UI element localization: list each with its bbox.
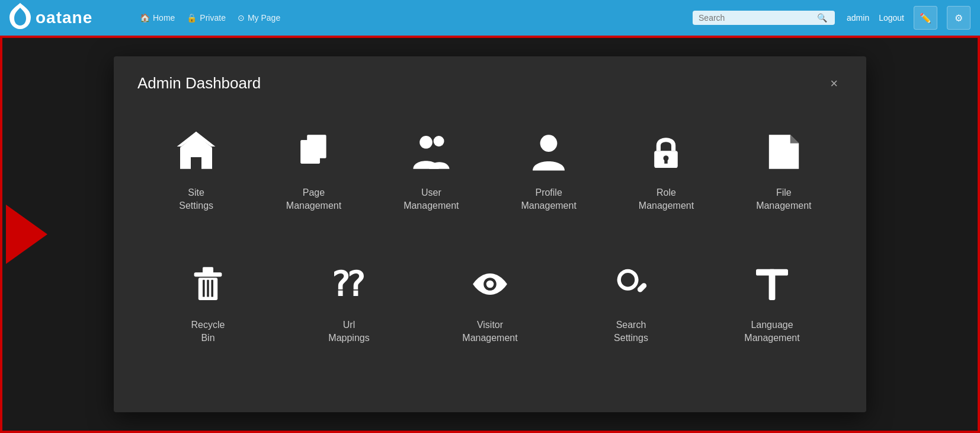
lock-icon: 🔒 xyxy=(187,13,197,23)
search-bar: 🔍 xyxy=(693,11,835,25)
settings-button[interactable]: ⚙ xyxy=(947,6,971,30)
recycle-bin-icon xyxy=(187,260,229,308)
svg-rect-23 xyxy=(769,269,776,300)
svg-rect-3 xyxy=(301,140,320,164)
svg-point-4 xyxy=(419,136,433,149)
user-management-icon xyxy=(410,128,453,176)
nav-home[interactable]: 🏠 Home xyxy=(140,13,175,23)
search-settings-icon xyxy=(610,260,652,308)
profile-management-icon xyxy=(527,128,570,176)
visitor-management-item[interactable]: Visitor Management xyxy=(419,249,561,357)
target-icon: ⊙ xyxy=(238,13,245,23)
svg-point-20 xyxy=(621,273,635,286)
svg-point-18 xyxy=(486,280,494,288)
svg-point-6 xyxy=(540,135,558,152)
pencil-icon: ✏️ xyxy=(920,12,931,24)
profile-management-label: Profile Management xyxy=(521,186,576,213)
user-management-label: User Management xyxy=(403,186,459,213)
page-body: Admin Dashboard × Site Settings xyxy=(0,36,980,433)
page-management-item[interactable]: Page Management xyxy=(255,116,372,225)
visitor-management-icon xyxy=(469,260,511,308)
svg-rect-12 xyxy=(203,267,213,273)
close-button[interactable]: × xyxy=(825,75,843,93)
nav-menu: 🏠 Home 🔒 Private ⊙ My Page xyxy=(140,13,681,23)
profile-management-item[interactable]: Profile Management xyxy=(490,116,607,225)
admin-grid-row1: Site Settings Page Management xyxy=(137,116,843,225)
edit-button[interactable]: ✏️ xyxy=(914,6,937,30)
url-mappings-item[interactable]: ⁇ Url Mappings xyxy=(278,249,419,357)
language-management-label: Language Management xyxy=(744,319,799,345)
page-management-label: Page Management xyxy=(286,186,341,213)
admin-dashboard-modal: Admin Dashboard × Site Settings xyxy=(114,56,866,412)
file-management-icon xyxy=(763,128,805,176)
site-settings-icon xyxy=(175,128,217,176)
role-management-label: Role Management xyxy=(639,186,694,213)
modal-title: Admin Dashboard xyxy=(137,74,261,93)
gear-icon: ⚙ xyxy=(955,12,963,24)
navbar-right: admin Logout ✏️ ⚙ xyxy=(847,6,971,30)
admin-username: admin xyxy=(847,13,869,23)
user-management-item[interactable]: User Management xyxy=(373,116,490,225)
nav-mypage-label: My Page xyxy=(248,13,280,23)
site-settings-label: Site Settings xyxy=(179,186,213,213)
language-management-icon xyxy=(751,260,793,308)
navbar: oatane 🏠 Home 🔒 Private ⊙ My Page 🔍 admi… xyxy=(0,0,980,36)
page-management-icon xyxy=(292,128,335,176)
nav-private[interactable]: 🔒 Private xyxy=(187,13,226,23)
svg-rect-13 xyxy=(203,280,205,297)
svg-rect-9 xyxy=(665,158,668,164)
search-settings-item[interactable]: Search Settings xyxy=(561,249,702,357)
svg-point-5 xyxy=(433,136,444,147)
search-input[interactable] xyxy=(699,13,817,23)
admin-grid-row2: Recycle Bin ⁇ Url Mappings xyxy=(137,249,843,357)
file-management-label: File Management xyxy=(756,186,811,213)
role-management-icon xyxy=(645,128,687,176)
recycle-bin-item[interactable]: Recycle Bin xyxy=(137,249,278,357)
brand-name: oatane xyxy=(36,8,92,27)
home-icon: 🏠 xyxy=(140,13,150,23)
url-mappings-label: Url Mappings xyxy=(328,319,369,345)
nav-mypage[interactable]: ⊙ My Page xyxy=(238,13,280,23)
search-settings-label: Search Settings xyxy=(614,319,648,345)
brand[interactable]: oatane xyxy=(9,3,128,33)
file-management-item[interactable]: File Management xyxy=(725,116,843,225)
site-settings-item[interactable]: Site Settings xyxy=(137,116,255,225)
brand-logo-icon xyxy=(9,3,31,33)
nav-private-label: Private xyxy=(200,13,226,23)
logout-link[interactable]: Logout xyxy=(879,13,904,23)
url-mappings-icon: ⁇ xyxy=(328,260,370,308)
search-icon: 🔍 xyxy=(817,13,827,23)
modal-header: Admin Dashboard × xyxy=(137,74,843,93)
svg-rect-14 xyxy=(207,280,209,297)
arrow-pointer xyxy=(6,205,47,264)
nav-home-label: Home xyxy=(153,13,175,23)
svg-text:⁇: ⁇ xyxy=(333,266,364,303)
recycle-bin-label: Recycle Bin xyxy=(191,319,225,345)
svg-rect-15 xyxy=(211,280,213,297)
role-management-item[interactable]: Role Management xyxy=(607,116,725,225)
language-management-item[interactable]: Language Management xyxy=(702,249,843,357)
svg-rect-21 xyxy=(636,282,648,293)
visitor-management-label: Visitor Management xyxy=(462,319,517,345)
